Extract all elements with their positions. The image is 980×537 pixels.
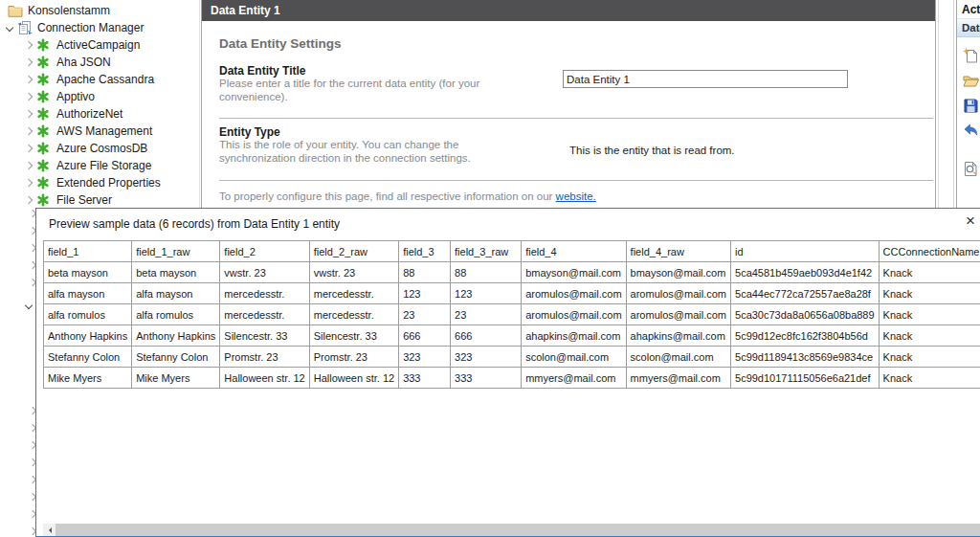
table-cell: mmyers@mail.com: [522, 368, 626, 389]
chevron-right-icon[interactable]: [21, 128, 36, 134]
entity-title-input[interactable]: [563, 70, 848, 88]
entity-type-description: This is the role of your entity. You can…: [219, 139, 495, 165]
tree-item-authorizenet[interactable]: AuthorizeNet: [0, 105, 122, 123]
table-row[interactable]: Stefanny ColonStefanny ColonPromstr. 23P…: [44, 347, 980, 368]
preview-icon[interactable]: [963, 161, 979, 177]
tree-item-label: Azure File Storage: [56, 159, 151, 172]
preview-table: field_1field_1_rawfield_2field_2_rawfiel…: [43, 240, 980, 389]
column-header-field_1[interactable]: field_1: [44, 241, 132, 262]
entity-type-label: Entity Type: [219, 125, 280, 139]
horizontal-scrollbar[interactable]: [43, 524, 980, 536]
connector-icon: [36, 72, 52, 87]
column-header-field_4[interactable]: field_4: [522, 241, 626, 262]
table-cell: vwstr. 23: [309, 262, 398, 283]
connector-icon: [36, 89, 52, 104]
tree-item-aws-management[interactable]: AWS Management: [0, 123, 152, 140]
tree-item-label: Extended Properties: [56, 176, 161, 190]
table-row[interactable]: alfa romulosalfa romulosmercedesstr.merc…: [44, 304, 980, 325]
table-cell: 323: [399, 347, 451, 368]
table-cell: ahapkins@mail.com: [626, 325, 730, 347]
column-header-field_1_raw[interactable]: field_1_raw: [132, 241, 220, 262]
table-cell: 5c99d1189413c8569e9834ce: [731, 347, 880, 368]
table-row[interactable]: Mike MyersMike MyersHalloween str. 12Hal…: [44, 368, 980, 389]
chevron-right-icon[interactable]: [21, 111, 36, 117]
new-entity-icon[interactable]: [963, 48, 979, 64]
section-heading: Data Entity Settings: [219, 36, 342, 51]
chevron-right-icon[interactable]: [21, 42, 36, 48]
scrollbar-thumb[interactable]: [56, 524, 980, 536]
app-window: { "colors": { "panel_header_bg": "#50505…: [0, 0, 980, 537]
column-header-field_3_raw[interactable]: field_3_raw: [451, 241, 522, 262]
column-header-id[interactable]: id: [731, 241, 880, 262]
chevron-right-icon[interactable]: [21, 77, 36, 82]
column-header-ccconnectionname[interactable]: CCConnectionName: [879, 241, 980, 262]
table-cell: Knack: [879, 347, 980, 368]
connector-icon: [36, 158, 52, 173]
table-cell: 5c99d10171115056e6a21def: [731, 368, 880, 389]
folder-icon: [8, 3, 23, 18]
chevron-down-icon[interactable]: [21, 299, 36, 312]
tree-item-extended-properties[interactable]: Extended Properties: [0, 174, 161, 191]
table-cell: Anthony Hapkins: [44, 325, 132, 347]
tree-item-console-root[interactable]: Konsolenstamm: [0, 2, 110, 19]
panel-title-bar: Data Entity 1: [202, 0, 935, 21]
tree-item-activecampaign[interactable]: ActiveCampaign: [0, 36, 140, 54]
table-row[interactable]: beta maysonbeta maysonvwstr. 23vwstr. 23…: [44, 262, 980, 283]
table-cell: Promstr. 23: [220, 347, 309, 368]
column-header-field_2[interactable]: field_2: [220, 241, 309, 262]
table-cell: aromulos@mail.com: [522, 283, 626, 304]
tree-item-azure-file-storage[interactable]: Azure File Storage: [0, 157, 151, 174]
undo-icon[interactable]: [963, 123, 979, 139]
column-header-field_2_raw[interactable]: field_2_raw: [309, 241, 398, 262]
chevron-right-icon[interactable]: [21, 163, 36, 168]
table-cell: mercedesstr.: [309, 304, 398, 325]
table-row[interactable]: alfa maysonalfa maysonmercedesstr.merced…: [44, 283, 980, 304]
table-row[interactable]: Anthony HapkinsAnthony HapkinsSilencestr…: [44, 325, 980, 347]
tree-item-label: Konsolenstamm: [28, 4, 110, 17]
table-cell: mmyers@mail.com: [626, 368, 730, 389]
website-link[interactable]: website.: [556, 190, 596, 202]
tree-item-apptivo[interactable]: Apptivo: [0, 88, 95, 105]
tree-item-file-server[interactable]: File Server: [0, 191, 112, 209]
save-icon[interactable]: [963, 98, 979, 114]
tree-item-azure-cosmosdb[interactable]: Azure CosmosDB: [0, 140, 147, 157]
tree-item-label: Connection Manager: [37, 21, 144, 34]
table-cell: bmayson@mail.com: [626, 262, 730, 283]
table-cell: 666: [451, 325, 522, 347]
table-cell: 88: [451, 262, 522, 283]
tree-item-apache-cassandra[interactable]: Apache Cassandra: [0, 71, 154, 88]
column-header-field_4_raw[interactable]: field_4_raw: [626, 241, 730, 262]
tree-item-aha-json[interactable]: Aha JSON: [0, 54, 111, 71]
entity-title-label: Data Entity Title: [219, 64, 305, 78]
chevron-right-icon[interactable]: [21, 94, 36, 100]
connection-manager-icon: [17, 20, 33, 35]
tree-item-label: AuthorizeNet: [56, 107, 122, 121]
table-cell: 666: [399, 325, 451, 347]
table-cell: mercedesstr.: [309, 283, 398, 304]
table-cell: mercedesstr.: [220, 283, 309, 304]
chevron-right-icon[interactable]: [21, 145, 36, 151]
table-cell: vwstr. 23: [220, 262, 309, 283]
table-cell: Knack: [879, 325, 980, 347]
table-cell: beta mayson: [44, 262, 132, 283]
connector-icon: [36, 123, 52, 139]
chevron-down-icon[interactable]: [2, 25, 17, 31]
table-cell: alfa mayson: [44, 283, 132, 304]
column-header-field_3[interactable]: field_3: [399, 241, 451, 262]
scroll-left-button[interactable]: [43, 524, 56, 536]
table-cell: Promstr. 23: [309, 347, 398, 368]
actions-header: Actions: [957, 0, 980, 19]
close-icon[interactable]: ×: [960, 211, 980, 232]
open-icon[interactable]: [963, 73, 979, 89]
tree-item-connection-manager[interactable]: Connection Manager: [0, 19, 144, 36]
actions-group-header[interactable]: Data Entity 1: [957, 19, 980, 37]
chevron-right-icon[interactable]: [21, 59, 36, 65]
table-cell: scolon@mail.com: [522, 347, 626, 368]
table-cell: 123: [399, 283, 451, 304]
table-cell: 5ca4581b459aeb093d4e1f42: [731, 262, 880, 283]
table-cell: 5ca30c73da8a0656a08ba889: [731, 304, 880, 325]
chevron-right-icon[interactable]: [21, 197, 36, 203]
connector-icon: [36, 55, 52, 70]
chevron-right-icon[interactable]: [21, 180, 36, 186]
table-cell: alfa mayson: [132, 283, 220, 304]
